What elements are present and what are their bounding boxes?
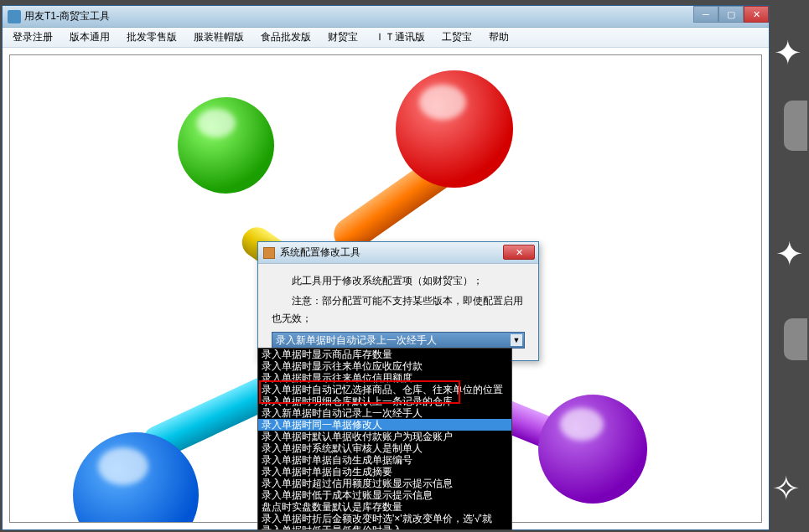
menu-item[interactable]: 批发零售版 xyxy=(127,30,177,44)
menu-item[interactable]: 登录注册 xyxy=(13,30,53,44)
chevron-down-icon[interactable]: ▼ xyxy=(511,334,522,346)
menu-item[interactable]: 版本通用 xyxy=(70,30,110,44)
menu-item[interactable]: 帮助 xyxy=(489,30,509,44)
dialog-close-button[interactable]: ✕ xyxy=(503,245,535,260)
dialog-warning: 注意：部分配置可能不支持某些版本，即使配置启用也无效； xyxy=(272,292,525,327)
dropdown-option[interactable]: 录入单据时明细仓库默认上一条记录的仓库 xyxy=(258,395,511,407)
dropdown-option[interactable]: 录入单据时默认单据收付款账户为现金账户 xyxy=(258,431,511,442)
decoration xyxy=(396,70,513,188)
dropdown-option[interactable]: 录入单据时单据自动生成摘要 xyxy=(258,466,511,478)
dropdown-option[interactable]: 录入单据时显示往来单位应收应付款 xyxy=(258,360,511,372)
dropdown-selected: 录入新单据时自动记录上一次经手人 xyxy=(276,332,437,349)
dropdown-option[interactable]: 录入单据时折后金额改变时选'×'就改变单价，选'√'就 xyxy=(258,513,511,524)
dropdown-option[interactable]: 录入单据时低于最低售价时录入 xyxy=(258,524,511,530)
dialog-titlebar[interactable]: 系统配置修改工具 ✕ xyxy=(258,242,538,264)
dialog-icon xyxy=(263,247,275,259)
dialog-description: 此工具用于修改系统配置项（如财贸宝）； xyxy=(272,272,525,289)
dropdown-option[interactable]: 录入单据时低于成本过账显示提示信息 xyxy=(258,489,511,501)
close-button[interactable]: ✕ xyxy=(744,6,769,23)
dropdown-option[interactable]: 盘点时实盘数量默认是库存数量 xyxy=(258,501,511,513)
dropdown-option[interactable]: 录入新单据时自动记录上一次经手人 xyxy=(258,407,511,419)
dropdown-option[interactable]: 录入单据时超过信用额度过账显示提示信息 xyxy=(258,478,511,489)
decoration xyxy=(538,395,647,504)
menu-item[interactable]: 服装鞋帽版 xyxy=(194,30,244,44)
maximize-button[interactable]: ▢ xyxy=(718,6,744,23)
dialog-body: 此工具用于修改系统配置项（如财贸宝）； 注意：部分配置可能不支持某些版本，即使配… xyxy=(258,264,538,360)
menu-item[interactable]: 工贸宝 xyxy=(442,30,472,44)
menu-item[interactable]: ＩＴ通讯版 xyxy=(375,30,425,44)
minimize-button[interactable]: ─ xyxy=(693,6,718,23)
menu-item[interactable]: 财贸宝 xyxy=(328,30,358,44)
titlebar[interactable]: 用友T1-商贸宝工具 ─ ▢ ✕ xyxy=(3,6,769,28)
config-dialog: 系统配置修改工具 ✕ 此工具用于修改系统配置项（如财贸宝）； 注意：部分配置可能… xyxy=(257,241,539,361)
dialog-title: 系统配置修改工具 xyxy=(280,245,360,260)
dropdown-option[interactable]: 录入单据时系统默认审核人是制单人 xyxy=(258,442,511,454)
window-title: 用友T1-商贸宝工具 xyxy=(24,9,110,23)
dropdown-option[interactable]: 录入单据时单据自动生成单据编号 xyxy=(258,454,511,466)
dropdown-option[interactable]: 录入单据时自动记忆选择商品、仓库、往来单位的位置 xyxy=(258,384,511,395)
dropdown-option[interactable]: 录入单据时显示往来单位信用额度 xyxy=(258,372,511,384)
decoration xyxy=(178,97,274,194)
dropdown-option[interactable]: 录入单据时同一单据修改人 xyxy=(258,419,511,431)
dropdown-option[interactable]: 录入单据时显示商品库存数量 xyxy=(258,349,511,360)
config-dropdown[interactable]: 录入新单据时自动记录上一次经手人 ▼ xyxy=(272,332,525,349)
app-icon xyxy=(8,10,21,23)
dropdown-list[interactable]: 录入单据时显示商品库存数量录入单据时显示往来单位应收应付款录入单据时显示往来单位… xyxy=(257,348,512,530)
menu-item[interactable]: 食品批发版 xyxy=(261,30,311,44)
window-controls: ─ ▢ ✕ xyxy=(693,6,769,23)
menubar: 登录注册 版本通用 批发零售版 服装鞋帽版 食品批发版 财贸宝 ＩＴ通讯版 工贸… xyxy=(3,28,769,48)
